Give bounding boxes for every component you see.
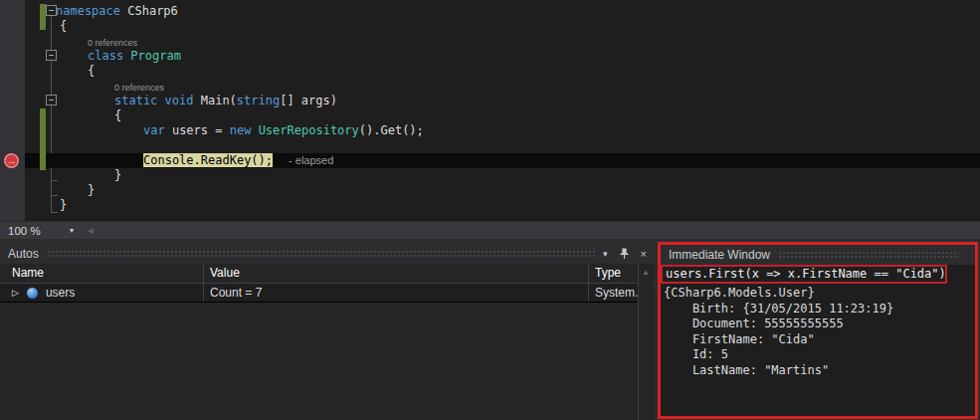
- immediate-result-line: Birth: {31/05/2015 11:23:19}: [664, 302, 975, 317]
- code-line[interactable]: }: [0, 168, 980, 183]
- immediate-window: Immediate Window users.First(x => x.Firs…: [658, 242, 978, 419]
- editor-horizontal-scrollbar[interactable]: 100 % ▾ ◄: [0, 221, 980, 239]
- code-token: namespace: [56, 4, 127, 18]
- code-line[interactable]: {: [0, 108, 980, 123]
- code-token: UserRepository: [259, 123, 359, 137]
- code-line[interactable]: namespace CSharp6: [0, 4, 980, 19]
- code-token: Program: [130, 49, 181, 63]
- code-editor[interactable]: → namespace CSharp6{0 referencesclass Pr…: [0, 0, 980, 221]
- code-token: new: [230, 123, 252, 137]
- code-line[interactable]: }: [0, 198, 980, 213]
- zoom-level-value: 100 %: [8, 225, 41, 237]
- perf-tip-elapsed[interactable]: - elapsed: [273, 154, 333, 166]
- column-header-name[interactable]: Name: [0, 264, 204, 283]
- variable-type-cell: System.C: [589, 284, 639, 302]
- code-token: }: [60, 198, 67, 212]
- code-token: {: [60, 19, 67, 33]
- title-drag-texture: [778, 251, 959, 259]
- code-token: var: [143, 123, 165, 137]
- code-line[interactable]: {: [0, 19, 980, 34]
- codelens-references-link[interactable]: 0 references: [0, 34, 980, 49]
- column-header-value[interactable]: Value: [204, 264, 589, 283]
- code-line[interactable]: }: [0, 183, 980, 198]
- visual-studio-debug-session: { "icons": { "collapse": "−", "window_me…: [0, 0, 980, 420]
- blank-line: [0, 138, 980, 153]
- code-token: [251, 123, 258, 137]
- immediate-result-line: Document: 55555555555: [664, 316, 975, 332]
- autos-window: Autos ▾ × Name Value Type ▷usersCount = …: [0, 244, 655, 420]
- code-token: }: [114, 168, 121, 182]
- immediate-result-line: FirstName: "Cida": [664, 332, 975, 348]
- code-token: [] args): [280, 94, 337, 107]
- code-token: class: [88, 49, 130, 63]
- autos-variable-row[interactable]: ▷usersCount = 7System.C: [0, 284, 639, 303]
- code-token: {: [88, 64, 95, 78]
- current-statement-highlight: Console.ReadKey();: [143, 153, 273, 167]
- immediate-query-input[interactable]: users.First(x => x.FirstName == "Cida"): [661, 265, 947, 284]
- code-token: ().Get();: [359, 123, 424, 137]
- code-line[interactable]: {: [0, 64, 980, 79]
- code-lines-container: namespace CSharp6{0 referencesclass Prog…: [0, 4, 980, 213]
- collapse-minus-icon[interactable]: −: [46, 5, 57, 16]
- chevron-down-icon: ▾: [70, 226, 74, 235]
- variable-value-cell[interactable]: Count = 7: [204, 284, 589, 302]
- collapse-minus-icon[interactable]: −: [46, 95, 57, 105]
- code-token: users =: [165, 123, 230, 137]
- codelens-references-link[interactable]: 0 references: [0, 79, 980, 94]
- autos-title: Autos: [8, 247, 39, 261]
- scroll-up-icon[interactable]: ▲: [639, 268, 653, 277]
- code-token: Main(: [201, 94, 237, 107]
- variable-name: users: [46, 286, 75, 300]
- object-sphere-icon: [27, 288, 38, 299]
- code-token: CSharp6: [127, 4, 178, 18]
- expand-arrow-icon[interactable]: ▷: [12, 288, 19, 298]
- close-icon[interactable]: ×: [641, 248, 647, 260]
- autos-title-bar[interactable]: Autos ▾ ×: [0, 244, 655, 264]
- immediate-result-line: Id: 5: [664, 347, 975, 363]
- immediate-title-bar[interactable]: Immediate Window: [661, 245, 975, 265]
- code-line[interactable]: var users = new UserRepository().Get();: [0, 123, 980, 138]
- collapse-minus-icon[interactable]: −: [46, 50, 57, 61]
- yellow-arrow-icon: →: [6, 155, 17, 166]
- code-token: {: [114, 108, 121, 122]
- autos-rows-container: ▷usersCount = 7System.C: [0, 284, 639, 303]
- code-line[interactable]: static void Main(string[] args): [0, 94, 980, 108]
- variable-name-cell[interactable]: ▷users: [0, 284, 204, 302]
- code-token: }: [88, 183, 95, 197]
- current-statement-line[interactable]: Console.ReadKey();- elapsed: [25, 153, 980, 168]
- immediate-result-line: LastName: "Martins": [664, 363, 975, 379]
- zoom-level-dropdown[interactable]: 100 % ▾: [0, 225, 74, 237]
- title-drag-texture: [47, 250, 595, 258]
- scroll-left-icon[interactable]: ◄: [86, 225, 96, 236]
- code-token: void: [165, 94, 201, 107]
- immediate-result-line: {CSharp6.Models.User}: [664, 286, 975, 302]
- immediate-result-lines: {CSharp6.Models.User} Birth: {31/05/2015…: [661, 284, 975, 378]
- autos-vertical-scrollbar[interactable]: ▲: [638, 264, 653, 420]
- change-tracking-bar: [40, 108, 46, 170]
- breakpoint-current-statement-icon[interactable]: →: [4, 153, 19, 168]
- code-line[interactable]: class Program: [0, 49, 980, 64]
- code-token: static: [114, 94, 165, 107]
- code-token: string: [237, 94, 280, 107]
- autos-column-headers[interactable]: Name Value Type: [0, 264, 655, 284]
- pin-icon[interactable]: [619, 248, 630, 260]
- immediate-title: Immediate Window: [669, 248, 770, 262]
- window-menu-icon[interactable]: ▾: [603, 249, 608, 259]
